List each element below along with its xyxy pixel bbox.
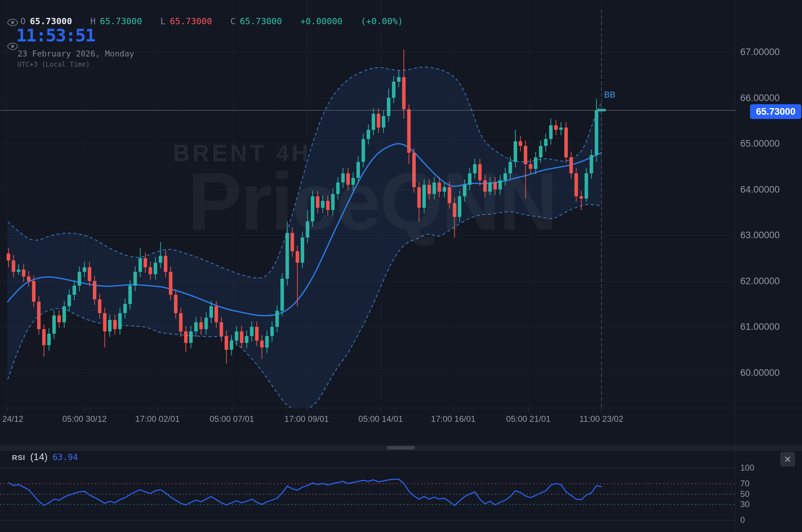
high-value: 65.73000 xyxy=(100,16,142,26)
pane-resize-handle[interactable] xyxy=(387,446,415,450)
price-tick: 63.00000 xyxy=(740,230,800,240)
time-tick: 05:00 14/01 xyxy=(353,414,409,424)
time-tick: 05:00 07/01 xyxy=(204,414,260,424)
price-chart-canvas[interactable] xyxy=(0,0,802,532)
time-tick: 00 24/12 xyxy=(0,414,35,424)
rsi-tick: 30 xyxy=(740,499,800,510)
rsi-tick: 70 xyxy=(740,478,800,489)
time-tick: 17:00 16/01 xyxy=(425,414,481,424)
session-clock: 11:53:51 xyxy=(16,25,95,46)
high-label: H xyxy=(90,16,95,26)
low-label: L xyxy=(160,16,166,26)
rsi-tick: 50 xyxy=(740,489,800,499)
high-field: H 65.73000 xyxy=(90,16,142,26)
close-field: C 65.73000 xyxy=(230,16,282,26)
time-tick: 17:00 02/01 xyxy=(129,414,186,424)
last-price-badge: 65.73000 xyxy=(750,104,801,119)
price-tick: 61.00000 xyxy=(740,321,800,332)
change-percent: (+0.00%) xyxy=(361,16,403,26)
time-tick: 05:00 21/01 xyxy=(500,414,556,424)
brand-watermark: PriceQNN xyxy=(81,154,663,248)
price-tick: 62.00000 xyxy=(740,276,800,286)
price-tick: 66.00000 xyxy=(740,93,800,103)
change-value: +0.00000 xyxy=(300,16,342,26)
pane-separator xyxy=(0,408,802,408)
rsi-value: 63.94 xyxy=(53,452,78,462)
price-tick: 67.00000 xyxy=(740,47,800,57)
time-tick: 17:00 09/01 xyxy=(279,414,335,424)
low-field: L 65.73000 xyxy=(160,16,212,26)
open-label: O xyxy=(20,16,26,26)
open-value: 65.73000 xyxy=(30,16,72,26)
rsi-period: (14) xyxy=(30,451,48,463)
time-tick: 05:00 30/12 xyxy=(56,414,113,424)
open-field: O 65.73000 xyxy=(20,16,72,26)
price-tick: 65.00000 xyxy=(740,138,800,149)
timezone-label: UTC+3 (Local Time) xyxy=(18,60,90,68)
price-tick: 60.00000 xyxy=(740,367,800,378)
close-label: C xyxy=(230,16,235,26)
price-tick: 64.00000 xyxy=(740,184,800,195)
time-tick: 11:00 23/02 xyxy=(573,414,629,424)
rsi-tick: 0 xyxy=(740,515,800,525)
ohlc-legend: O 65.73000 H 65.73000 L 65.73000 C 65.73… xyxy=(20,16,403,26)
date-label: 23 February 2026, Monday xyxy=(18,49,134,58)
close-value: 65.73000 xyxy=(240,16,282,26)
indicator-visibility-eye-icon[interactable] xyxy=(7,42,18,51)
trading-chart-window: BRENT 4H PriceQNN O 65.73000 H 65.73000 … xyxy=(0,0,802,532)
axis-separator xyxy=(735,0,736,532)
low-value: 65.73000 xyxy=(170,16,212,26)
bollinger-band-tag: BB xyxy=(604,90,615,100)
rsi-title: RSI xyxy=(12,453,25,462)
rsi-tick: 100 xyxy=(740,463,800,473)
rsi-legend: RSI (14) 63.94 xyxy=(12,451,78,463)
